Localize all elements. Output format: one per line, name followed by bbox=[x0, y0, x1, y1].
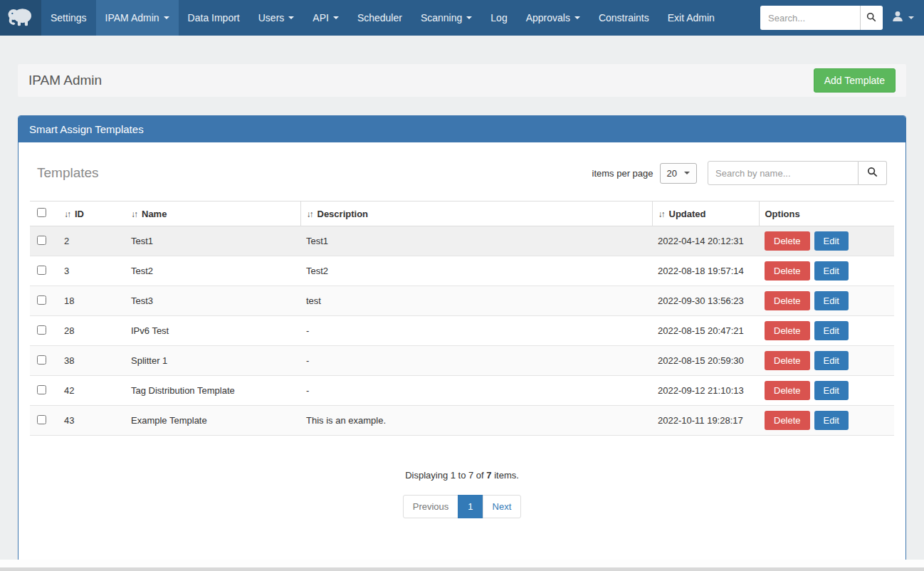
cell-id: 38 bbox=[58, 346, 125, 376]
nav-item-ipam-admin[interactable]: IPAM Admin bbox=[96, 0, 179, 36]
cell-id: 28 bbox=[58, 316, 125, 346]
nav-item-api[interactable]: API bbox=[303, 0, 348, 36]
nav-item-approvals[interactable]: Approvals bbox=[517, 0, 589, 36]
col-header-name[interactable]: Name bbox=[125, 201, 300, 226]
nav-item-constraints[interactable]: Constraints bbox=[589, 0, 658, 36]
cell-name: Test2 bbox=[125, 256, 300, 286]
edit-button[interactable]: Edit bbox=[814, 381, 849, 400]
nav-item-users[interactable]: Users bbox=[249, 0, 304, 36]
select-all-checkbox[interactable] bbox=[37, 208, 46, 217]
add-template-button[interactable]: Add Template bbox=[814, 68, 896, 93]
nav-item-scheduler[interactable]: Scheduler bbox=[348, 0, 411, 36]
top-navbar: Settings IPAM Admin Data Import Users AP… bbox=[0, 0, 924, 36]
cell-name: Test3 bbox=[125, 286, 300, 316]
page-header: IPAM Admin Add Template bbox=[18, 64, 906, 97]
row-checkbox[interactable] bbox=[37, 295, 46, 305]
results-summary: Displaying 1 to 7 of 7 items. bbox=[30, 470, 894, 481]
panel-heading: Smart Assign Templates bbox=[19, 116, 905, 142]
col-header-options: Options bbox=[759, 201, 894, 226]
delete-button[interactable]: Delete bbox=[765, 291, 810, 310]
row-checkbox[interactable] bbox=[37, 325, 46, 335]
edit-button[interactable]: Edit bbox=[814, 411, 849, 430]
row-checkbox[interactable] bbox=[37, 415, 46, 424]
cell-updated: 2022-09-30 13:56:23 bbox=[652, 286, 759, 316]
cell-updated: 2022-10-11 19:28:17 bbox=[652, 406, 759, 436]
cell-updated: 2022-08-15 20:47:21 bbox=[652, 316, 759, 346]
row-checkbox[interactable] bbox=[37, 236, 46, 245]
table-search bbox=[708, 161, 887, 185]
search-icon bbox=[867, 167, 878, 179]
table-search-input[interactable] bbox=[708, 161, 859, 185]
table-row: 43 Example Template This is an example. … bbox=[30, 406, 894, 436]
table-search-button[interactable] bbox=[859, 161, 887, 185]
user-menu[interactable] bbox=[891, 10, 914, 26]
cell-description: - bbox=[300, 376, 652, 406]
cell-description: Test1 bbox=[300, 226, 652, 256]
delete-button[interactable]: Delete bbox=[765, 351, 810, 370]
elephant-logo-icon bbox=[6, 2, 35, 33]
chevron-down-icon bbox=[333, 16, 339, 19]
edit-button[interactable]: Edit bbox=[814, 351, 849, 370]
col-header-id[interactable]: ID bbox=[58, 201, 125, 226]
cell-id: 2 bbox=[58, 226, 125, 256]
nav-item-settings[interactable]: Settings bbox=[41, 0, 96, 36]
navbar-search bbox=[760, 6, 883, 30]
pagination-page-1[interactable]: 1 bbox=[458, 495, 483, 518]
cell-description: Test2 bbox=[300, 256, 652, 286]
delete-button[interactable]: Delete bbox=[765, 261, 810, 281]
navbar-search-input[interactable] bbox=[760, 6, 860, 30]
templates-table: ID Name Description Updated Options 2 Te… bbox=[30, 201, 894, 436]
navbar-search-button[interactable] bbox=[860, 6, 883, 30]
table-toolbar: Templates items per page 20 bbox=[30, 154, 894, 201]
sort-icon bbox=[658, 209, 664, 219]
nav-item-scanning[interactable]: Scanning bbox=[411, 0, 481, 36]
table-row: 42 Tag Distribution Template - 2022-09-1… bbox=[30, 376, 894, 406]
cell-updated: 2022-04-14 20:12:31 bbox=[652, 226, 759, 256]
table-row: 3 Test2 Test2 2022-08-18 19:57:14 Delete… bbox=[30, 256, 894, 286]
table-title: Templates bbox=[37, 165, 99, 181]
col-header-description[interactable]: Description bbox=[300, 201, 652, 226]
nav-item-data-import[interactable]: Data Import bbox=[179, 0, 249, 36]
cell-description: - bbox=[300, 316, 652, 346]
smart-assign-panel: Smart Assign Templates Templates items p… bbox=[18, 115, 906, 571]
provision-logo[interactable] bbox=[0, 0, 41, 36]
items-per-page-label: items per page bbox=[592, 168, 653, 179]
row-checkbox[interactable] bbox=[37, 355, 46, 365]
cell-name: Example Template bbox=[125, 406, 300, 436]
chevron-down-icon bbox=[908, 16, 914, 19]
sort-icon bbox=[131, 209, 137, 219]
chevron-down-icon bbox=[164, 16, 169, 19]
col-header-updated[interactable]: Updated bbox=[652, 201, 759, 226]
edit-button[interactable]: Edit bbox=[814, 231, 849, 251]
nav-item-log[interactable]: Log bbox=[481, 0, 516, 36]
pagination: Previous 1 Next bbox=[30, 495, 894, 518]
chevron-down-icon bbox=[288, 16, 294, 19]
edit-button[interactable]: Edit bbox=[814, 321, 849, 340]
user-icon bbox=[891, 10, 904, 26]
page-footer bbox=[0, 560, 924, 571]
table-row: 18 Test3 test 2022-09-30 13:56:23 Delete… bbox=[30, 286, 894, 316]
nav-item-exit-admin[interactable]: Exit Admin bbox=[658, 0, 724, 36]
pagination-previous[interactable]: Previous bbox=[403, 495, 459, 518]
table-row: 2 Test1 Test1 2022-04-14 20:12:31 Delete… bbox=[30, 226, 894, 256]
delete-button[interactable]: Delete bbox=[765, 381, 810, 400]
table-row: 28 IPv6 Test - 2022-08-15 20:47:21 Delet… bbox=[30, 316, 894, 346]
pagination-next[interactable]: Next bbox=[483, 495, 522, 518]
delete-button[interactable]: Delete bbox=[765, 411, 810, 430]
delete-button[interactable]: Delete bbox=[765, 321, 810, 340]
cell-id: 42 bbox=[58, 376, 125, 406]
col-header-checkbox bbox=[30, 201, 58, 226]
delete-button[interactable]: Delete bbox=[765, 231, 810, 251]
row-checkbox[interactable] bbox=[37, 266, 46, 275]
navbar-right bbox=[760, 0, 924, 36]
items-per-page-select[interactable]: 20 bbox=[660, 163, 697, 184]
cell-name: IPv6 Test bbox=[125, 316, 300, 346]
cell-id: 43 bbox=[58, 406, 125, 436]
edit-button[interactable]: Edit bbox=[814, 291, 849, 310]
page-title: IPAM Admin bbox=[28, 73, 102, 88]
cell-updated: 2022-08-18 19:57:14 bbox=[652, 256, 759, 286]
cell-name: Splitter 1 bbox=[125, 346, 300, 376]
edit-button[interactable]: Edit bbox=[814, 261, 849, 281]
row-checkbox[interactable] bbox=[37, 385, 46, 394]
panel-body: Templates items per page 20 bbox=[19, 142, 905, 571]
